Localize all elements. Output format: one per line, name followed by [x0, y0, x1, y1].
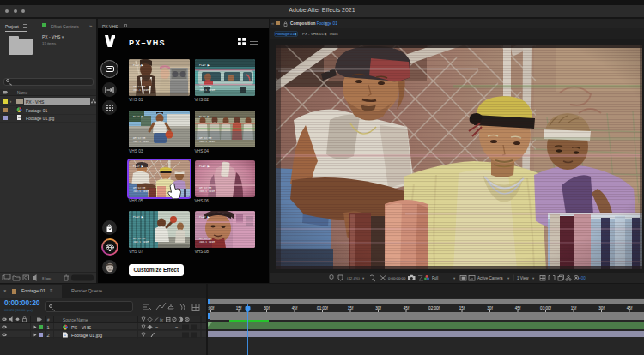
svg-text:Active Camera: Active Camera	[477, 276, 503, 280]
svg-text:=: =	[175, 324, 178, 329]
svg-text:30f: 30f	[487, 306, 493, 310]
svg-text:45f: 45f	[291, 306, 297, 310]
svg-text:+00: +00	[579, 276, 586, 280]
svg-text:▾: ▾	[532, 276, 535, 280]
svg-text:▾: ▾	[507, 276, 510, 280]
svg-text:30f: 30f	[598, 306, 605, 310]
svg-text:15f: 15f	[570, 306, 576, 310]
svg-text:▾: ▾	[453, 276, 456, 280]
svg-text:0:00:00:00: 0:00:00:00	[388, 276, 406, 280]
svg-text:1 View: 1 View	[517, 276, 529, 280]
svg-text:45f: 45f	[626, 306, 632, 310]
svg-text:02:00f: 02:00f	[428, 306, 440, 310]
svg-text:45f: 45f	[403, 306, 409, 310]
svg-text:30f: 30f	[375, 306, 381, 310]
svg-text:15f: 15f	[459, 306, 465, 310]
svg-text:03:00f: 03:00f	[540, 306, 551, 310]
svg-text:15f: 15f	[235, 306, 241, 310]
svg-text:PX - VHS: PX - VHS	[71, 324, 91, 329]
svg-text:fx: fx	[160, 317, 163, 322]
svg-text:(42.4%): (42.4%)	[347, 276, 361, 280]
svg-text::00f: :00f	[208, 306, 215, 310]
svg-text:#: #	[47, 318, 50, 322]
svg-text:8 bpc: 8 bpc	[42, 276, 52, 280]
svg-text:=: =	[155, 324, 158, 329]
svg-text:45f: 45f	[514, 306, 520, 310]
svg-text:01:00f: 01:00f	[317, 306, 328, 310]
svg-text:Full: Full	[432, 276, 438, 280]
svg-text:Source Name: Source Name	[63, 318, 88, 322]
svg-text:Footage 01.jpg: Footage 01.jpg	[71, 332, 102, 337]
svg-text:1: 1	[47, 324, 50, 329]
svg-text:2: 2	[47, 332, 50, 337]
svg-text:30f: 30f	[264, 306, 270, 310]
svg-text:▾: ▾	[362, 276, 365, 280]
svg-text:15f: 15f	[347, 306, 353, 310]
